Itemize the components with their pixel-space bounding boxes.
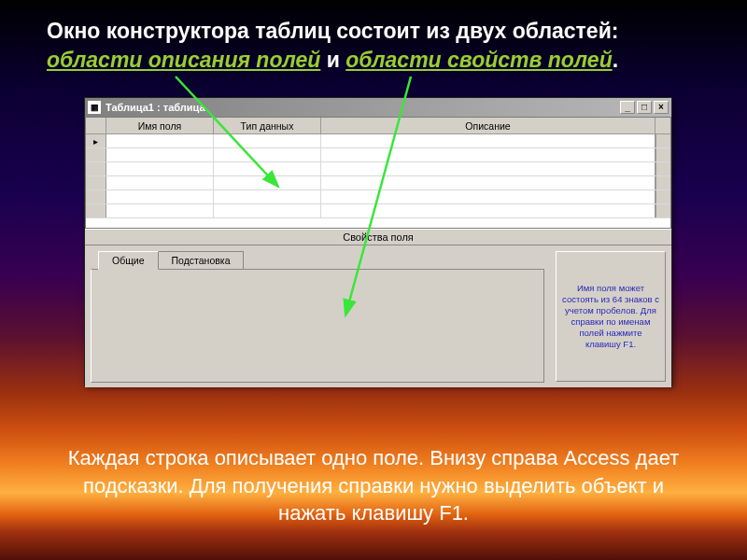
cell-field-name[interactable] — [106, 148, 214, 161]
scroll-cell — [655, 176, 670, 189]
table-row[interactable] — [86, 204, 670, 218]
row-selector[interactable] — [86, 148, 106, 161]
scroll-cell — [655, 162, 670, 175]
row-selector[interactable] — [86, 176, 106, 189]
hint-text: Имя поля может состоять из 64 знаков с у… — [562, 283, 659, 349]
tab-general[interactable]: Общие — [98, 251, 159, 270]
access-designer-window: ▦ Таблица1 : таблица _ □ × Имя поля Тип … — [84, 97, 672, 386]
slide-heading: Окно конструктора таблиц состоит из двух… — [47, 17, 700, 75]
cell-data-type[interactable] — [214, 204, 321, 217]
heading-period: . — [613, 48, 618, 72]
cell-data-type[interactable] — [214, 162, 321, 175]
row-selector[interactable] — [86, 204, 106, 217]
field-properties-caption: Свойства поля — [85, 229, 671, 245]
cell-description[interactable] — [321, 190, 655, 203]
scroll-header — [655, 118, 670, 133]
scroll-cell — [655, 190, 670, 203]
table-row[interactable]: ▸ — [86, 134, 670, 148]
scroll-cell — [655, 148, 670, 161]
heading-accent-1: области описания полей — [47, 48, 320, 72]
hint-panel: Имя поля может состоять из 64 знаков с у… — [550, 245, 671, 387]
cell-field-name[interactable] — [106, 190, 214, 203]
cell-field-name[interactable] — [106, 162, 214, 175]
table-row[interactable] — [86, 190, 670, 204]
column-header-description[interactable]: Описание — [321, 118, 655, 133]
cell-data-type[interactable] — [214, 176, 321, 189]
cell-description[interactable] — [321, 176, 655, 189]
row-selector[interactable] — [86, 162, 106, 175]
scroll-cell — [655, 204, 670, 217]
heading-part1: Окно конструктора таблиц состоит из двух… — [47, 19, 618, 43]
row-marker-icon[interactable]: ▸ — [86, 134, 106, 147]
properties-panel: Общие Подстановка — [85, 245, 550, 387]
properties-body[interactable] — [91, 269, 544, 383]
row-selector-header — [86, 118, 106, 133]
column-header-data-type[interactable]: Тип данных — [214, 118, 321, 133]
cell-data-type[interactable] — [214, 190, 321, 203]
cell-data-type[interactable] — [214, 148, 321, 161]
table-icon: ▦ — [88, 101, 101, 114]
row-selector[interactable] — [86, 190, 106, 203]
minimize-button[interactable]: _ — [620, 101, 635, 114]
cell-field-name[interactable] — [106, 176, 214, 189]
cell-field-name[interactable] — [106, 134, 214, 147]
table-row[interactable] — [86, 148, 670, 162]
cell-field-name[interactable] — [106, 204, 214, 217]
heading-accent-2: области свойств полей — [345, 48, 612, 72]
table-row[interactable] — [86, 162, 670, 176]
table-row[interactable] — [86, 176, 670, 190]
properties-tabs: Общие Подстановка — [85, 245, 550, 270]
cell-description[interactable] — [321, 204, 655, 217]
column-header-field-name[interactable]: Имя поля — [106, 118, 214, 133]
cell-description[interactable] — [321, 148, 655, 161]
maximize-button[interactable]: □ — [637, 101, 652, 114]
scroll-cell — [655, 134, 670, 147]
cell-description[interactable] — [321, 162, 655, 175]
window-title: Таблица1 : таблица — [106, 102, 205, 113]
field-definition-grid[interactable]: Имя поля Тип данных Описание ▸ — [85, 117, 671, 229]
close-button[interactable]: × — [654, 101, 669, 114]
window-titlebar[interactable]: ▦ Таблица1 : таблица _ □ × — [85, 98, 671, 117]
cell-description[interactable] — [321, 134, 655, 147]
slide-bottom-text: Каждая строка описывает одно поле. Внизу… — [56, 444, 691, 527]
tab-lookup[interactable]: Подстановка — [158, 251, 245, 270]
grid-header: Имя поля Тип данных Описание — [86, 118, 670, 134]
heading-conj: и — [320, 48, 345, 72]
hint-box: Имя поля может состоять из 64 знаков с у… — [556, 251, 666, 382]
field-properties-area: Общие Подстановка Имя поля может состоят… — [85, 245, 671, 387]
cell-data-type[interactable] — [214, 134, 321, 147]
